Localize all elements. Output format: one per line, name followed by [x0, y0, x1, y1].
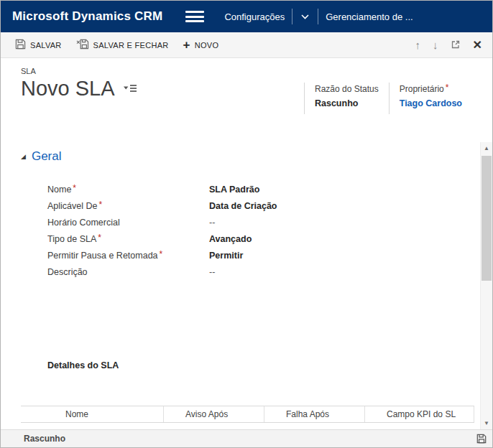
- save-and-close-button[interactable]: SALVAR E FECHAR: [76, 39, 169, 51]
- command-bar: SALVAR SALVAR E FECHAR + NOVO ↑ ↓ ✕: [1, 32, 492, 58]
- save-button-label: SALVAR: [30, 41, 62, 50]
- new-button[interactable]: + NOVO: [183, 39, 219, 51]
- field-label: Descrição: [47, 267, 209, 277]
- save-and-close-button-label: SALVAR E FECHAR: [93, 41, 169, 50]
- required-mark: *: [160, 249, 163, 259]
- field-value[interactable]: SLA Padrão: [209, 185, 259, 195]
- field-label: Tipo de SLA*: [47, 234, 209, 244]
- grid-header-row: Nome Aviso Após Falha Após Campo KPI do …: [21, 406, 474, 423]
- field-list: Nome* SLA Padrão Aplicável De* Data de C…: [47, 181, 480, 280]
- required-mark: *: [98, 200, 102, 210]
- details-section-title: Detalhes do SLA: [47, 360, 480, 370]
- field-value[interactable]: --: [209, 267, 215, 277]
- field-row-tipo-de-sla: Tipo de SLA* Avançado: [47, 230, 480, 247]
- required-mark: *: [73, 183, 76, 193]
- status-reason-label: Razão do Status: [315, 84, 379, 94]
- status-bar: Rascunho: [1, 429, 492, 447]
- field-value[interactable]: Permitir: [209, 251, 243, 261]
- field-value[interactable]: --: [209, 218, 215, 228]
- plus-icon: +: [183, 39, 190, 51]
- owner-label: Proprietário*: [400, 84, 462, 94]
- top-nav-bar: Microsoft Dynamics CRM Configurações Ger…: [1, 1, 492, 32]
- form-header: SLA Novo SLA Razão do Status Rascunho Pr…: [1, 58, 492, 142]
- field-value[interactable]: Data de Criação: [209, 201, 277, 211]
- form-header-left: SLA Novo SLA: [21, 67, 137, 142]
- details-grid: Nome Aviso Após Falha Após Campo KPI do …: [21, 406, 474, 423]
- save-and-close-icon: [76, 39, 89, 51]
- header-fields: Razão do Status Rascunho Proprietário* T…: [304, 83, 472, 142]
- required-mark: *: [98, 233, 101, 243]
- header-status-reason: Razão do Status Rascunho: [304, 83, 389, 114]
- save-button[interactable]: SALVAR: [15, 39, 62, 51]
- up-arrow-icon[interactable]: ↑: [415, 39, 421, 50]
- column-header-aviso-apos[interactable]: Aviso Após: [163, 406, 264, 422]
- section-geral-header[interactable]: ◢ Geral: [21, 149, 480, 164]
- field-row-descricao: Descrição --: [47, 263, 480, 280]
- nav-item-gerenciamento[interactable]: Gerenciamento de ...: [326, 11, 413, 22]
- menu-icon[interactable]: [185, 11, 204, 22]
- form-body: ◢ Geral Nome* SLA Padrão Aplicável De* D…: [1, 142, 480, 429]
- section-expand-icon: ◢: [21, 154, 26, 160]
- column-header-nome[interactable]: Nome: [21, 406, 163, 422]
- entity-type-label: SLA: [21, 67, 137, 75]
- nav-divider: [292, 9, 292, 24]
- popout-icon[interactable]: [451, 39, 461, 51]
- new-button-label: NOVO: [195, 41, 219, 50]
- field-row-permitir-pausa: Permitir Pausa e Retomada* Permitir: [47, 247, 480, 263]
- scroll-thumb[interactable]: [482, 156, 492, 281]
- chevron-down-icon[interactable]: [300, 14, 310, 19]
- scroll-down-button[interactable]: ▼: [481, 417, 492, 429]
- page-title: Novo SLA: [21, 78, 115, 101]
- status-text: Rascunho: [24, 434, 65, 444]
- owner-required-mark: *: [446, 83, 449, 93]
- field-row-nome: Nome* SLA Padrão: [47, 181, 480, 197]
- vertical-scrollbar[interactable]: ▲ ▼: [480, 142, 492, 429]
- field-value[interactable]: Avançado: [209, 234, 252, 244]
- scroll-up-button[interactable]: ▲: [481, 142, 492, 154]
- nav-divider: [318, 9, 318, 24]
- form-selector-icon[interactable]: [124, 83, 137, 101]
- header-owner: Proprietário* Tiago Cardoso: [389, 83, 472, 114]
- save-icon: [15, 39, 26, 51]
- field-label: Aplicável De*: [47, 201, 209, 211]
- window-controls: ↑ ↓ ✕: [415, 39, 482, 51]
- field-label: Nome*: [47, 185, 209, 195]
- field-label: Horário Comercial: [47, 218, 209, 228]
- close-icon[interactable]: ✕: [473, 39, 482, 51]
- nav-item-configuracoes[interactable]: Configurações: [224, 11, 285, 22]
- crm-window: Microsoft Dynamics CRM Configurações Ger…: [0, 0, 493, 448]
- section-title: Geral: [32, 149, 62, 164]
- field-row-horario-comercial: Horário Comercial --: [47, 214, 480, 230]
- column-header-falha-apos[interactable]: Falha Após: [264, 406, 364, 422]
- column-header-campo-kpi[interactable]: Campo KPI do SL: [364, 406, 474, 422]
- field-label: Permitir Pausa e Retomada*: [47, 251, 209, 261]
- down-arrow-icon[interactable]: ↓: [433, 39, 438, 50]
- status-reason-value: Rascunho: [315, 98, 379, 108]
- app-title[interactable]: Microsoft Dynamics CRM: [1, 9, 174, 24]
- footer-save-icon[interactable]: [476, 434, 487, 444]
- field-row-aplicavel-de: Aplicável De* Data de Criação: [47, 197, 480, 214]
- owner-link[interactable]: Tiago Cardoso: [400, 98, 462, 108]
